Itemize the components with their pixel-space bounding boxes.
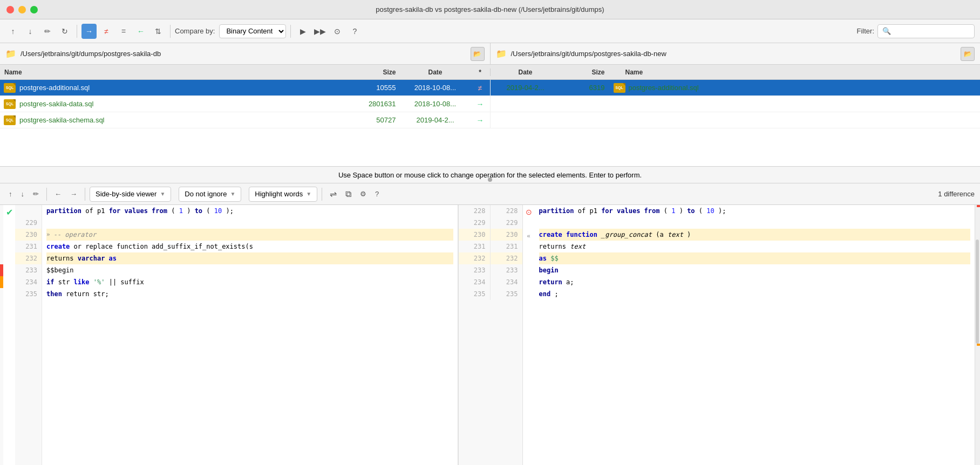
drag-handle[interactable] <box>488 177 492 182</box>
right-browse-button[interactable]: 📂 <box>961 47 975 61</box>
change-marker: « <box>523 230 535 242</box>
columns-button[interactable]: ⧉ <box>342 187 355 202</box>
ln: 235 <box>459 288 490 300</box>
diff-left-panel-inner: ✔ 229 230 231 232 233 234 235 <box>0 205 458 465</box>
empty-line <box>523 289 535 301</box>
col-header-name-right: Name <box>609 69 981 76</box>
file-name-1: postgres-additional.sql <box>19 84 352 92</box>
filter-input[interactable] <box>877 24 975 38</box>
right-scrollbar[interactable] <box>975 205 980 465</box>
align-button[interactable]: ⇌ <box>326 187 340 202</box>
code-line: $$begin <box>46 264 453 276</box>
code-line: create or replace function add_suffix_if… <box>46 241 453 252</box>
highlight-dropdown[interactable]: Highlight words ▼ <box>249 187 317 202</box>
code-line: partition of p1 for values from ( 1 ) to… <box>46 205 453 217</box>
scrollbar-thumb[interactable] <box>976 240 979 344</box>
diff-up-button[interactable]: ↑ <box>5 187 16 202</box>
window-title: postgres-sakila-db vs postgres-sakila-db… <box>376 5 604 13</box>
empty-line <box>3 254 15 265</box>
edit-button[interactable]: ✏ <box>40 24 55 39</box>
up-button[interactable]: ↑ <box>5 24 21 39</box>
keyword: partition <box>46 207 81 215</box>
fast-forward-button[interactable]: ▶▶ <box>312 24 328 39</box>
diff-down-button[interactable]: ↓ <box>18 187 28 202</box>
diff-back-button[interactable]: ← <box>51 187 65 202</box>
ignore-label: Do not ignore <box>185 190 227 198</box>
highlight-dropdown-arrow: ▼ <box>306 191 311 197</box>
col-header-date-right: Date <box>491 69 561 76</box>
viewer-dropdown[interactable]: Side-by-side viewer ▼ <box>90 187 171 202</box>
file-list: SQL postgres-additional.sql 10555 2018-1… <box>0 80 980 166</box>
separator-1 <box>77 25 77 38</box>
diff-help-button[interactable]: ? <box>372 187 382 202</box>
diff-indicator-2: → <box>471 100 490 108</box>
left-header: Name Size Date * <box>0 69 491 76</box>
ln: 231 <box>491 241 522 252</box>
line-number <box>15 205 42 217</box>
help-button[interactable]: ? <box>347 24 362 39</box>
ln: 233 <box>491 264 522 276</box>
diff-left-panel: ✔ 229 230 231 232 233 234 235 <box>0 205 458 465</box>
left-file-panel: 📁 /Users/jetbrains/git/dumps/postgres-sa… <box>0 43 491 64</box>
not-equal-button[interactable]: ≠ <box>99 24 114 39</box>
expand-icon: » <box>46 229 50 241</box>
code-line-changed: create function _group_concat (a text ) <box>539 229 971 241</box>
left-line-numbers: 229 230 231 232 233 234 235 <box>15 205 42 465</box>
filter-area: Filter: <box>857 24 975 38</box>
change-marker-red-1 <box>977 205 980 207</box>
code-line-changed: as $$ <box>539 252 971 264</box>
ln: 235 <box>491 288 522 300</box>
table-row[interactable]: SQL postgres-sakila-schema.sql 50727 201… <box>0 112 980 128</box>
refresh-button[interactable]: ↻ <box>57 24 72 39</box>
empty-line <box>523 277 535 289</box>
code-line: return a; <box>539 276 971 288</box>
viewer-label: Side-by-side viewer <box>96 190 156 198</box>
left-path: /Users/jetbrains/git/dumps/postgres-saki… <box>21 50 466 58</box>
file-date-right-1: 2019-04-2... <box>491 84 561 92</box>
ln: 231 <box>459 241 490 252</box>
empty-line <box>523 218 535 230</box>
code-line: if str like '%' || suffix <box>46 276 453 288</box>
center-nums-row: 228 229 230 231 232 233 234 235 228 229 … <box>459 205 522 300</box>
diff-indicator-3: → <box>471 116 490 125</box>
table-row[interactable]: SQL postgres-sakila-data.sql 2801631 201… <box>0 96 980 112</box>
file-panels: 📁 /Users/jetbrains/git/dumps/postgres-sa… <box>0 43 980 65</box>
code-line: returns text <box>539 241 971 252</box>
table-row[interactable]: SQL postgres-additional.sql 10555 2018-1… <box>0 80 980 96</box>
ln: 229 <box>491 217 522 229</box>
diff-edit-button[interactable]: ✏ <box>30 187 42 202</box>
ignore-dropdown[interactable]: Do not ignore ▼ <box>179 187 241 202</box>
diff-count: 1 difference <box>938 190 975 198</box>
separator-2 <box>170 25 171 38</box>
sql-icon-3: SQL <box>0 115 19 125</box>
minimize-button[interactable] <box>18 6 26 13</box>
compare-select[interactable]: Binary Content <box>219 24 286 38</box>
separator-3 <box>290 25 291 38</box>
swap-button[interactable]: ⇅ <box>151 24 166 39</box>
viewer-dropdown-arrow: ▼ <box>160 191 165 197</box>
main-toolbar: ↑ ↓ ✏ ↻ → ≠ = ← ⇅ Compare by: Binary Con… <box>0 19 980 43</box>
diff-forward-button[interactable]: → <box>67 187 80 202</box>
empty-line <box>3 265 15 277</box>
down-button[interactable]: ↓ <box>23 24 38 39</box>
sql-icon-right-1: SQL <box>614 83 625 93</box>
record-button[interactable]: ⊙ <box>330 24 345 39</box>
file-date-2: 2018-10-08... <box>400 100 471 108</box>
equal-button[interactable]: = <box>116 24 131 39</box>
check-mark: ✔ <box>3 206 15 218</box>
sync-right-button[interactable]: → <box>81 24 97 39</box>
maximize-button[interactable] <box>30 6 38 13</box>
line-number: 230 <box>15 229 42 241</box>
file-size-3: 50727 <box>352 116 400 124</box>
left-browse-button[interactable]: 📂 <box>471 47 485 61</box>
compare-label: Compare by: <box>175 27 215 35</box>
settings-button[interactable]: ⚙ <box>357 187 370 202</box>
sync-left-button[interactable]: ← <box>133 24 148 39</box>
diff-right-panel: ⊙ « partition of p1 for values from ( 1 <box>523 205 981 465</box>
code-line-changed: returns varchar as <box>46 252 453 264</box>
left-code-area: partition of p1 for values from ( 1 ) to… <box>42 205 458 465</box>
close-button[interactable] <box>6 6 14 13</box>
ln: 230 <box>459 229 490 241</box>
play-button[interactable]: ▶ <box>295 24 310 39</box>
line-number: 234 <box>15 276 42 288</box>
